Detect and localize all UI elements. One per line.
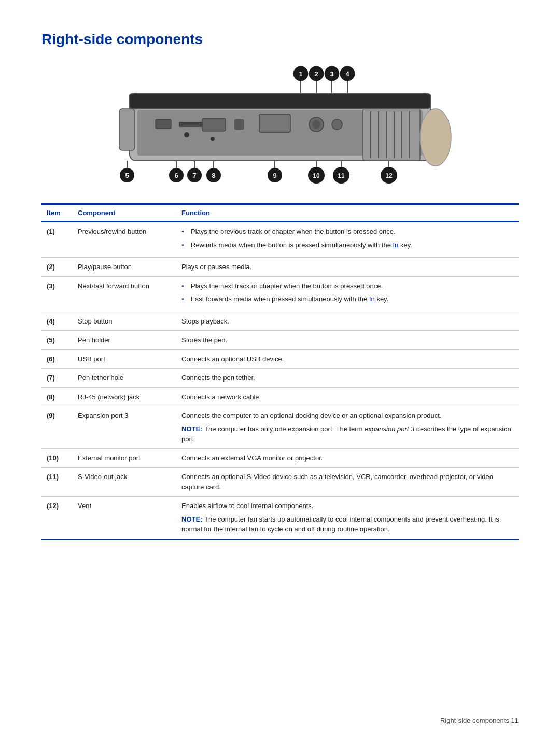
svg-text:12: 12: [385, 172, 393, 179]
table-row: (7)Pen tether holeConnects the pen tethe…: [41, 369, 519, 388]
table-row: (4)Stop buttonStops playback.: [41, 312, 519, 331]
fn-key-reference: fn: [369, 295, 375, 303]
svg-rect-7: [202, 118, 226, 131]
table-row: (9)Expansion port 3Connects the computer…: [41, 406, 519, 449]
table-row: (5)Pen holderStores the pen.: [41, 331, 519, 350]
cell-function: Connects a network cable.: [176, 387, 519, 406]
svg-text:1: 1: [299, 70, 302, 78]
svg-text:9: 9: [273, 172, 276, 179]
cell-function: Stops playback.: [176, 312, 519, 331]
svg-text:7: 7: [192, 172, 196, 179]
note-label: NOTE:: [181, 515, 204, 523]
cell-item: (2): [41, 258, 73, 277]
note-label: NOTE:: [181, 425, 204, 433]
svg-text:4: 4: [345, 70, 349, 78]
svg-rect-3: [119, 109, 135, 150]
cell-function: Connects an optional S-Video device such…: [176, 468, 519, 497]
svg-rect-10: [259, 114, 290, 132]
cell-component: Stop button: [73, 312, 176, 331]
cell-function: Connects the computer to an optional doc…: [176, 406, 519, 449]
table-body: (1)Previous/rewind buttonPlays the previ…: [41, 222, 519, 540]
cell-function: Connects an external VGA monitor or proj…: [176, 448, 519, 468]
svg-text:5: 5: [125, 172, 129, 179]
svg-rect-14: [363, 109, 420, 161]
svg-text:8: 8: [212, 172, 215, 179]
cell-item: (12): [41, 497, 73, 540]
cell-component: Vent: [73, 497, 176, 540]
svg-point-8: [211, 137, 215, 141]
svg-text:3: 3: [330, 70, 333, 78]
cell-item: (10): [41, 448, 73, 468]
cell-function: Plays or pauses media.: [176, 258, 519, 277]
table-row: (1)Previous/rewind buttonPlays the previ…: [41, 222, 519, 258]
footer-text: Right-side components 11: [440, 716, 519, 724]
cell-item: (6): [41, 349, 73, 369]
cell-function: Connects the pen tether.: [176, 369, 519, 388]
svg-rect-9: [234, 119, 244, 130]
table-row: (3)Next/fast forward buttonPlays the nex…: [41, 276, 519, 312]
cell-component: Previous/rewind button: [73, 222, 176, 258]
cell-function: Plays the next track or chapter when the…: [176, 276, 519, 312]
fn-key-reference: fn: [393, 241, 399, 249]
cell-component: S-Video-out jack: [73, 468, 176, 497]
header-function: Function: [176, 204, 519, 222]
table-row: (8)RJ-45 (network) jackConnects a networ…: [41, 387, 519, 406]
svg-text:2: 2: [314, 70, 318, 78]
header-component: Component: [73, 204, 176, 222]
svg-rect-1: [130, 93, 430, 109]
cell-component: Play/pause button: [73, 258, 176, 277]
laptop-diagram-svg: 1 2 3 4 5 6 7 8 9: [99, 62, 461, 187]
svg-rect-4: [156, 119, 171, 129]
cell-item: (4): [41, 312, 73, 331]
svg-point-21: [420, 109, 451, 166]
cell-function: Stores the pen.: [176, 331, 519, 350]
page-footer: Right-side components 11: [440, 716, 519, 724]
svg-text:11: 11: [338, 172, 345, 179]
cell-component: Pen tether hole: [73, 369, 176, 388]
cell-item: (11): [41, 468, 73, 497]
svg-text:10: 10: [313, 172, 320, 179]
cell-item: (7): [41, 369, 73, 388]
table-row: (10)External monitor portConnects an ext…: [41, 448, 519, 468]
cell-item: (8): [41, 387, 73, 406]
cell-component: Next/fast forward button: [73, 276, 176, 312]
cell-component: Pen holder: [73, 331, 176, 350]
cell-component: External monitor port: [73, 448, 176, 468]
svg-point-13: [332, 119, 342, 130]
cell-item: (1): [41, 222, 73, 258]
cell-function: Plays the previous track or chapter when…: [176, 222, 519, 258]
svg-rect-5: [179, 122, 205, 127]
cell-component: Expansion port 3: [73, 406, 176, 449]
header-item: Item: [41, 204, 73, 222]
components-table: Item Component Function (1)Previous/rewi…: [41, 203, 519, 540]
table-row: (11)S-Video-out jackConnects an optional…: [41, 468, 519, 497]
cell-function: Connects an optional USB device.: [176, 349, 519, 369]
cell-item: (9): [41, 406, 73, 449]
diagram-area: 1 2 3 4 5 6 7 8 9: [41, 62, 519, 187]
svg-point-12: [312, 120, 320, 129]
cell-item: (3): [41, 276, 73, 312]
cell-component: USB port: [73, 349, 176, 369]
svg-point-6: [184, 132, 189, 137]
svg-text:6: 6: [174, 172, 178, 179]
table-header: Item Component Function: [41, 204, 519, 222]
table-row: (12)VentEnables airflow to cool internal…: [41, 497, 519, 540]
table-row: (2)Play/pause buttonPlays or pauses medi…: [41, 258, 519, 277]
cell-function: Enables airflow to cool internal compone…: [176, 497, 519, 540]
table-row: (6)USB portConnects an optional USB devi…: [41, 349, 519, 369]
cell-component: RJ-45 (network) jack: [73, 387, 176, 406]
page-title: Right-side components: [41, 31, 519, 48]
cell-item: (5): [41, 331, 73, 350]
